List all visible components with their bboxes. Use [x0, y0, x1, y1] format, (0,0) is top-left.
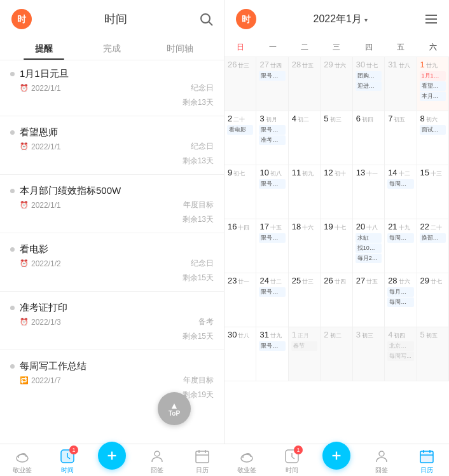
cal-cell-24[interactable]: 24廿二 限号提醒 [256, 273, 288, 327]
cal-cell-prev-27[interactable]: 27廿四 限号提醒 [256, 57, 288, 111]
dropdown-arrow-icon: ▾ [364, 17, 368, 24]
weekday-mon: 一 [256, 38, 288, 57]
cal-cell-23[interactable]: 23廿一 [224, 273, 256, 327]
scroll-to-top-button[interactable]: ▲ ToP [158, 392, 191, 425]
cal-cell-14[interactable]: 14十二 每周写工... [385, 165, 417, 219]
cal-cell-30[interactable]: 30廿八 [224, 327, 256, 381]
cal-cell-6[interactable]: 6初四 [353, 111, 385, 165]
right-nav-item-jiong[interactable]: 囧签 [359, 448, 404, 475]
right-nav-label-calendar: 日历 [420, 466, 433, 475]
right-nav-item-jingye[interactable]: 敬业签 [224, 448, 270, 475]
divider [0, 291, 224, 292]
list-item[interactable]: 看电影 ⏰ 2022/1/2 纪念日 [0, 236, 224, 271]
right-nav-item-calendar[interactable]: 日历 [404, 448, 449, 475]
list-item[interactable]: 本月部门绩效指标500W ⏰ 2022/1/1 年度目标 [0, 177, 224, 213]
svg-point-2 [201, 14, 210, 23]
nav-label-time: 时间 [61, 466, 74, 475]
cal-cell-17[interactable]: 17十五 限号提醒 [256, 219, 288, 273]
list-item[interactable]: 每周写工作总结 🔁 2022/1/7 年度目标 [0, 353, 224, 388]
tab-reminders[interactable]: 提醒 [10, 38, 78, 60]
cal-event: 每周写工... [387, 233, 413, 243]
cal-cell-27[interactable]: 27廿五 [353, 273, 385, 327]
cal-cell-29[interactable]: 29廿七 [417, 273, 449, 327]
cal-cell-20[interactable]: 20十八 水缸 找10个... 每月20... [353, 219, 385, 273]
cal-cell-18[interactable]: 18十六 [289, 219, 321, 273]
nav-item-jingye[interactable]: 敬业签 [0, 448, 45, 475]
cal-cell-22[interactable]: 22二十 换部新手... [417, 219, 449, 273]
cal-cell-prev-26[interactable]: 26廿三 [224, 57, 256, 111]
divider [0, 174, 224, 175]
cal-cell-prev-31[interactable]: 31廿八 [385, 57, 417, 111]
right-header: 时 2022年1月 ▾ [224, 0, 449, 38]
left-bottom-nav: 敬业签 1 时间 [0, 444, 224, 476]
bullet-icon [10, 189, 15, 193]
tab-timeline[interactable]: 时间轴 [146, 38, 214, 60]
cal-cell-25[interactable]: 25廿三 [289, 273, 321, 327]
cal-cell-8[interactable]: 8初六 面试考试 [417, 111, 449, 165]
nav-label-jingye: 敬业签 [13, 466, 32, 475]
cal-cell-9[interactable]: 9初七 [224, 165, 256, 219]
right-add-button[interactable] [322, 442, 350, 470]
calendar-grid: 26廿三 27廿四 限号提醒 28廿五 29廿六 30廿七 团购提醒 迎进一批 … [224, 57, 449, 381]
cal-cell-28[interactable]: 28廿六 每月领6... 每周写工... [385, 273, 417, 327]
weekday-tue: 二 [289, 38, 321, 57]
cal-cell-prev-28[interactable]: 28廿五 [289, 57, 321, 111]
cal-cell-5[interactable]: 5初三 [321, 111, 352, 165]
calendar-month-title[interactable]: 2022年1月 ▾ [258, 13, 424, 26]
nav-item-time[interactable]: 1 时间 [45, 448, 90, 475]
cal-cell-21[interactable]: 21十九 每周写工... [385, 219, 417, 273]
cal-cell-4[interactable]: 4初二 [289, 111, 321, 165]
tab-completed[interactable]: 完成 [78, 38, 146, 60]
cal-cell-16[interactable]: 16十四 [224, 219, 256, 273]
reminder-title: 看电影 [10, 243, 214, 255]
weekday-sun: 日 [224, 38, 256, 57]
cal-cell-11[interactable]: 11初九 [289, 165, 321, 219]
cal-cell-next-1[interactable]: 1正月 春节 [289, 327, 321, 381]
cal-cell-26[interactable]: 26廿四 [321, 273, 352, 327]
list-item[interactable]: 1月1日元旦 ⏰ 2022/1/1 纪念日 [0, 60, 224, 96]
nav-item-add[interactable] [90, 448, 135, 475]
weekday-thu: 四 [353, 38, 385, 57]
cal-event: 限号提醒 [259, 71, 285, 81]
nav-item-calendar[interactable]: 日历 [179, 448, 224, 475]
cal-cell-next-3[interactable]: 3初三 [353, 327, 385, 381]
cal-cell-2[interactable]: 2二十 看电影 [224, 111, 256, 165]
cal-cell-31[interactable]: 31廿九 限号提醒 [256, 327, 288, 381]
days-remaining: 剩余13天 [0, 154, 224, 172]
cal-cell-1[interactable]: 1廿九 1月1日... 看望恩师 本月部门... [417, 57, 449, 111]
cal-cell-3[interactable]: 3初月 限号提醒 准考证打... [256, 111, 288, 165]
reminder-title: 看望恩师 [10, 126, 214, 139]
left-tabs: 提醒 完成 时间轴 [0, 38, 224, 60]
cal-event: 1月1日... [420, 71, 446, 81]
clock-icon: ⏰ [20, 142, 29, 151]
cal-event: 水缸 [356, 233, 382, 243]
nav-item-jiongsign[interactable]: 囧签 [135, 448, 180, 475]
right-nav-item-time[interactable]: 1 时间 [270, 448, 315, 475]
cal-cell-13[interactable]: 13十一 [353, 165, 385, 219]
add-button[interactable] [98, 442, 126, 470]
left-content: 1月1日元旦 ⏰ 2022/1/1 纪念日 剩余13天 看望恩师 ⏰ 2022/… [0, 60, 224, 476]
cal-cell-next-5[interactable]: 5初五 [417, 327, 449, 381]
list-item[interactable]: 准考证打印 ⏰ 2022/1/3 备考 [0, 294, 224, 330]
cal-cell-7[interactable]: 7初五 [385, 111, 417, 165]
reminder-title: 1月1日元旦 [10, 68, 214, 80]
search-icon[interactable] [198, 11, 214, 27]
clock-nav-icon: 1 [59, 448, 76, 465]
clock-icon: ⏰ [20, 84, 29, 92]
cal-cell-15[interactable]: 15十三 [417, 165, 449, 219]
cal-cell-prev-29[interactable]: 29廿六 [321, 57, 352, 111]
right-nav-label-jiong: 囧签 [375, 466, 388, 475]
cal-cell-next-2[interactable]: 2初二 [321, 327, 352, 381]
nav-label-jiongsign: 囧签 [151, 466, 163, 475]
nav-label-calendar-left: 日历 [196, 466, 209, 475]
cal-cell-12[interactable]: 12初十 [321, 165, 352, 219]
menu-icon[interactable] [424, 11, 439, 27]
cal-cell-10[interactable]: 10初八 限号提醒 [256, 165, 288, 219]
cal-cell-19[interactable]: 19十七 [321, 219, 352, 273]
cal-cell-next-4[interactable]: 4初四 北京冬奥... 每周写... [385, 327, 417, 381]
cal-event: 看电影 [227, 125, 253, 135]
cal-cell-prev-30[interactable]: 30廿七 团购提醒 迎进一批 [353, 57, 385, 111]
cal-event: 限号提醒 [259, 341, 285, 351]
list-item[interactable]: 看望恩师 ⏰ 2022/1/1 纪念日 [0, 119, 224, 154]
right-nav-item-add[interactable] [314, 448, 359, 475]
